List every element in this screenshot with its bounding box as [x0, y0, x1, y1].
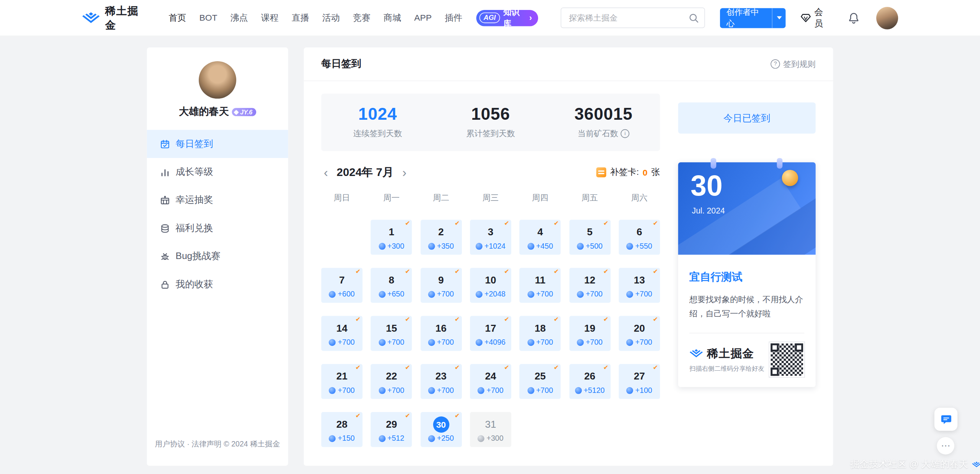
- creator-center-button[interactable]: 创作者中心: [720, 8, 786, 28]
- search-icon[interactable]: [688, 12, 700, 24]
- check-icon: ✔: [355, 412, 361, 419]
- day-bonus: +150: [329, 434, 355, 443]
- search-input[interactable]: [561, 8, 705, 28]
- calendar-day-2[interactable]: ✔2+350: [420, 220, 462, 254]
- ore-icon: [627, 387, 633, 394]
- user-avatar[interactable]: [876, 7, 898, 29]
- sidebar-item-label: 我的收获: [176, 279, 213, 290]
- day-bonus: +700: [527, 386, 553, 395]
- prev-month-button[interactable]: ‹: [321, 166, 330, 179]
- calendar-day-14[interactable]: ✔14+700: [321, 316, 363, 351]
- calendar-day-4[interactable]: ✔4+450: [520, 220, 561, 254]
- day-number: 26: [584, 368, 595, 384]
- calendar-day-3[interactable]: ✔3+1024: [470, 220, 511, 254]
- calendar-day-18[interactable]: ✔18+700: [520, 316, 561, 351]
- ore-icon: [379, 243, 386, 249]
- calendar-day-11[interactable]: ✔11+700: [520, 268, 561, 303]
- calendar-day-17[interactable]: ✔17+4096: [470, 316, 511, 351]
- calendar-day-20[interactable]: ✔20+700: [619, 316, 660, 351]
- calendar-day-23[interactable]: ✔23+700: [420, 364, 462, 399]
- calendar-day-1[interactable]: ✔1+300: [371, 220, 412, 254]
- nav-item-activities[interactable]: 活动: [322, 12, 340, 23]
- calendar-day-25[interactable]: ✔25+700: [520, 364, 561, 399]
- calendar-day-8[interactable]: ✔8+650: [371, 268, 412, 303]
- ore-icon: [627, 243, 633, 249]
- sidebar-item-bug-challenge[interactable]: Bug挑战赛: [147, 242, 288, 270]
- sidebar-item-my-rewards[interactable]: 我的收获: [147, 270, 288, 298]
- calendar-day-28[interactable]: ✔28+150: [321, 412, 363, 447]
- bonus-value: +300: [486, 434, 503, 443]
- sidebar-item-growth-level[interactable]: 成长等级: [147, 158, 288, 186]
- day-bonus: +550: [627, 242, 652, 251]
- nav-item-plugins[interactable]: 插件: [445, 12, 462, 23]
- calendar-day-9[interactable]: ✔9+700: [420, 268, 462, 303]
- makeup-card-info[interactable]: 补签卡: 0 张: [596, 167, 660, 178]
- more-actions-button[interactable]: ⋯: [937, 437, 954, 454]
- calendar-day-7[interactable]: ✔7+600: [321, 268, 363, 303]
- calendar-day-15[interactable]: ✔15+700: [371, 316, 412, 351]
- nav-item-live[interactable]: 直播: [292, 12, 309, 23]
- notifications-bell-icon[interactable]: [847, 11, 860, 24]
- check-icon: ✔: [653, 220, 658, 226]
- calendar-day-21[interactable]: ✔21+700: [321, 364, 363, 399]
- day-bonus: +700: [428, 386, 454, 395]
- calendar-day-19[interactable]: ✔19+700: [569, 316, 610, 351]
- check-icon: ✔: [405, 412, 410, 419]
- ribbon-pin-icon: [777, 158, 783, 169]
- promo-card[interactable]: 30 Jul. 2024 宜自行测试 想要找对象的时候，不用找人介绍，自己写一个…: [678, 162, 816, 387]
- question-icon: ?: [771, 59, 780, 68]
- sidebar-item-lucky-draw[interactable]: 幸运抽奖: [147, 186, 288, 214]
- member-link[interactable]: 会员: [801, 7, 831, 29]
- day-bonus: +700: [527, 290, 553, 298]
- next-month-button[interactable]: ›: [400, 166, 409, 179]
- checkin-rules-link[interactable]: ? 签到规则: [771, 59, 816, 70]
- day-number: 22: [386, 368, 397, 384]
- weekday-label: 周日: [321, 192, 363, 204]
- calendar-header: ‹ 2024年 7月 › 补签卡: 0 张: [321, 165, 660, 180]
- calendar-day-31[interactable]: 31+300: [470, 412, 511, 447]
- calendar-day-10[interactable]: ✔10+2048: [470, 268, 511, 303]
- nav-item-competitions[interactable]: 竞赛: [353, 12, 371, 23]
- calendar-day-27[interactable]: ✔27+100: [619, 364, 660, 399]
- welfare-exchange-icon: [160, 223, 170, 233]
- calendar-day-30[interactable]: ✔30+250: [420, 412, 462, 447]
- signed-today-button[interactable]: 今日已签到: [678, 103, 816, 134]
- nav-item-shop[interactable]: 商城: [384, 12, 401, 23]
- qr-code: [769, 342, 804, 377]
- calendar-day-16[interactable]: ✔16+700: [420, 316, 462, 351]
- day-number: 6: [636, 224, 642, 240]
- day-bonus: +450: [527, 242, 553, 251]
- agi-knowledge-badge[interactable]: AGI 知识库 ›: [476, 10, 538, 26]
- calendar-day-12[interactable]: ✔12+700: [569, 268, 610, 303]
- day-bonus: +700: [379, 386, 404, 395]
- nav-item-home[interactable]: 首页: [169, 12, 186, 23]
- nav-item-bot[interactable]: BOT: [199, 12, 217, 23]
- bonus-value: +700: [586, 338, 602, 347]
- calendar-day-5[interactable]: ✔5+500: [569, 220, 610, 254]
- sidebar-item-welfare-exchange[interactable]: 福利兑换: [147, 214, 288, 242]
- bonus-value: +700: [586, 290, 602, 298]
- profile-avatar[interactable]: [199, 61, 236, 99]
- nav-item-courses[interactable]: 课程: [261, 12, 279, 23]
- feedback-chat-button[interactable]: [934, 408, 957, 431]
- ore-icon: [627, 339, 633, 345]
- nav-item-app[interactable]: APP: [414, 12, 432, 23]
- nav-item-pins[interactable]: 沸点: [231, 12, 248, 23]
- calendar-day-24[interactable]: ✔24+700: [470, 364, 511, 399]
- promo-scan-tip: 扫描右侧二维码分享给好友: [689, 364, 764, 373]
- calendar-day-13[interactable]: ✔13+700: [619, 268, 660, 303]
- promo-brand: 稀土掘金: [707, 345, 754, 360]
- calendar-day-6[interactable]: ✔6+550: [619, 220, 660, 254]
- bonus-value: +700: [388, 386, 404, 395]
- stat-label: 连续签到天数: [321, 128, 434, 139]
- calendar-day-29[interactable]: ✔29+512: [371, 412, 412, 447]
- creator-center-caret-icon[interactable]: [772, 8, 786, 28]
- calendar-day-26[interactable]: ✔26+5120: [569, 364, 610, 399]
- promo-date: Jul. 2024: [692, 206, 725, 215]
- stat-value: 1056: [434, 105, 547, 124]
- ore-icon: [527, 291, 534, 298]
- calendar-day-22[interactable]: ✔22+700: [371, 364, 412, 399]
- sidebar-item-daily-checkin[interactable]: 每日签到: [147, 130, 288, 158]
- bonus-value: +350: [437, 242, 454, 251]
- juejin-logo[interactable]: 稀土掘金: [82, 3, 149, 32]
